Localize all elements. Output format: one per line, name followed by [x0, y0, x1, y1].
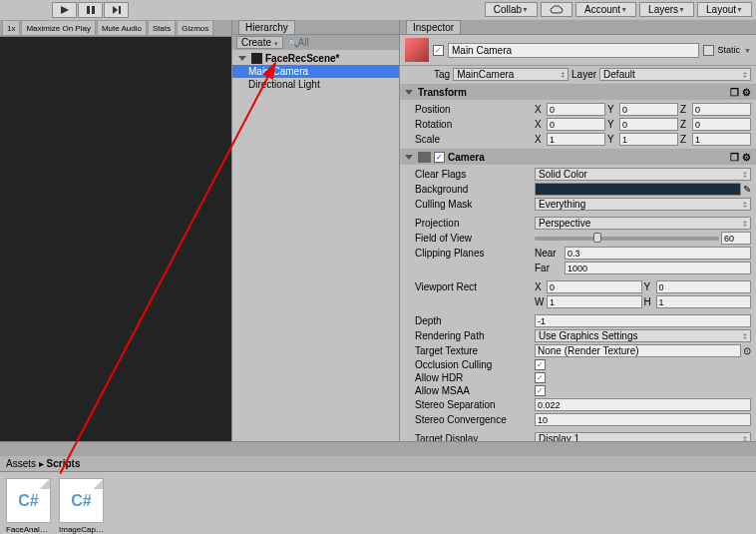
viewport-w[interactable]: 1 [547, 295, 642, 308]
scale-y[interactable]: 1 [619, 133, 678, 146]
clipping-label: Clipping Planes [405, 248, 535, 259]
near-plane[interactable]: 0.3 [565, 247, 751, 260]
viewport-h[interactable]: 1 [656, 295, 752, 308]
transform-header[interactable]: Transform❐⚙ [400, 85, 756, 100]
target-texture-label: Target Texture [405, 345, 535, 356]
scene-toolbar: 1x Maximize On Play Mute Audio Stats Giz… [0, 20, 231, 37]
inspector-tab[interactable]: Inspector [406, 20, 461, 34]
asset-face-analysis[interactable]: C# FaceAnalysi... [6, 478, 51, 534]
unity-icon [251, 53, 262, 64]
tag-dropdown[interactable]: MainCamera‡ [453, 68, 568, 81]
pause-button[interactable] [78, 2, 103, 18]
position-y[interactable]: 0 [619, 103, 678, 116]
gameobject-icon[interactable] [405, 38, 429, 62]
object-picker-icon[interactable]: ⊙ [743, 345, 751, 356]
cloud-button[interactable] [541, 2, 572, 17]
hierarchy-item-directional-light[interactable]: Directional Light [232, 78, 399, 91]
layer-dropdown[interactable]: Default‡ [599, 68, 751, 81]
rendering-path-label: Rendering Path [405, 330, 535, 341]
top-toolbar: Collab ▼ Account ▼ Layers ▼ Layout ▼ [0, 0, 756, 20]
camera-enabled-checkbox[interactable]: ✓ [434, 152, 445, 163]
static-checkbox[interactable] [703, 45, 714, 56]
step-button[interactable] [104, 2, 129, 18]
collab-button[interactable]: Collab ▼ [485, 2, 538, 17]
rotation-x[interactable]: 0 [547, 118, 605, 131]
target-texture-field[interactable]: None (Render Texture) [535, 344, 741, 357]
play-button[interactable] [52, 2, 77, 18]
viewport-x[interactable]: 0 [547, 280, 642, 293]
far-plane[interactable]: 1000 [565, 262, 751, 274]
occlusion-label: Occlusion Culling [405, 359, 535, 370]
rotation-z[interactable]: 0 [692, 118, 751, 131]
hdr-label: Allow HDR [405, 372, 535, 383]
main-area: 1x Maximize On Play Mute Audio Stats Giz… [0, 20, 756, 441]
gear-icon[interactable]: ⚙ [742, 152, 751, 163]
svg-marker-0 [61, 6, 69, 14]
inspector-tab-bar: Inspector [400, 20, 756, 35]
maximize-on-play[interactable]: Maximize On Play [21, 20, 95, 36]
expand-icon[interactable] [238, 56, 246, 61]
rendering-path-dropdown[interactable]: Use Graphics Settings‡ [535, 329, 751, 342]
play-controls [52, 2, 129, 18]
viewport-y[interactable]: 0 [656, 280, 752, 293]
asset-image-capture[interactable]: C# ImageCaptu... [59, 478, 104, 534]
fov-value[interactable]: 60 [721, 232, 751, 245]
projection-dropdown[interactable]: Perspective‡ [535, 217, 751, 230]
transform-component: Transform❐⚙ PositionX0Y0Z0 RotationX0Y0Z… [400, 84, 756, 149]
position-z[interactable]: 0 [692, 103, 751, 116]
gameobject-name-field[interactable] [448, 43, 699, 58]
hierarchy-search[interactable]: 🔍All [288, 37, 309, 48]
stereo-sep-field[interactable]: 0.022 [535, 398, 751, 411]
tag-label: Tag [434, 69, 450, 80]
static-dropdown-icon[interactable]: ▼ [744, 47, 751, 54]
static-label: Static [718, 45, 741, 55]
zoom-level[interactable]: 1x [2, 20, 20, 36]
fov-slider[interactable] [535, 237, 719, 241]
target-display-dropdown[interactable]: Display 1‡ [535, 432, 751, 441]
game-viewport[interactable] [0, 37, 231, 441]
scene-name: FaceRecScene* [265, 53, 340, 64]
camera-header[interactable]: ✓Camera❐⚙ [400, 150, 756, 165]
layers-label: Layers [648, 4, 678, 15]
active-checkbox[interactable]: ✓ [433, 45, 444, 56]
mute-audio[interactable]: Mute Audio [97, 20, 147, 36]
svg-rect-4 [119, 6, 121, 14]
camera-component: ✓Camera❐⚙ Clear FlagsSolid Color‡ Backgr… [400, 149, 756, 441]
depth-field[interactable]: -1 [535, 314, 751, 327]
occlusion-checkbox[interactable]: ✓ [535, 359, 546, 370]
help-icon[interactable]: ❐ [730, 152, 739, 163]
scene-root[interactable]: FaceRecScene* [232, 52, 399, 65]
scale-x[interactable]: 1 [547, 133, 605, 146]
culling-mask-dropdown[interactable]: Everything‡ [535, 198, 751, 211]
hdr-checkbox[interactable]: ✓ [535, 372, 546, 383]
breadcrumb-folder[interactable]: Scripts [47, 458, 81, 469]
rotation-y[interactable]: 0 [619, 118, 678, 131]
rotation-label: Rotation [405, 119, 535, 130]
layout-button[interactable]: Layout ▼ [697, 2, 752, 17]
camera-icon [418, 152, 431, 163]
inspector-body: ✓ Static ▼ Tag MainCamera‡ Layer Default… [400, 35, 756, 441]
clear-flags-dropdown[interactable]: Solid Color‡ [535, 168, 751, 181]
stereo-conv-field[interactable]: 10 [535, 413, 751, 426]
depth-label: Depth [405, 315, 535, 326]
gizmos-button[interactable]: Gizmos [177, 20, 213, 36]
stats-button[interactable]: Stats [148, 20, 176, 36]
projection-label: Projection [405, 218, 535, 229]
svg-rect-1 [87, 6, 90, 14]
layers-button[interactable]: Layers ▼ [639, 2, 694, 17]
svg-rect-2 [92, 6, 95, 14]
msaa-checkbox[interactable]: ✓ [535, 385, 546, 396]
create-dropdown[interactable]: Create ▾ [236, 36, 283, 49]
breadcrumb-root[interactable]: Assets [6, 458, 36, 469]
account-button[interactable]: Account ▼ [575, 2, 636, 17]
hierarchy-item-main-camera[interactable]: Main Camera [232, 65, 399, 78]
eyedropper-icon[interactable]: ✎ [743, 184, 751, 195]
hierarchy-tab[interactable]: Hierarchy [238, 20, 295, 34]
help-icon[interactable]: ❐ [730, 87, 739, 98]
scale-z[interactable]: 1 [692, 133, 751, 146]
stereo-sep-label: Stereo Separation [405, 399, 535, 410]
background-color[interactable] [535, 183, 741, 196]
gear-icon[interactable]: ⚙ [742, 87, 751, 98]
hierarchy-tree: FaceRecScene* Main Camera Directional Li… [232, 50, 399, 93]
position-x[interactable]: 0 [547, 103, 605, 116]
